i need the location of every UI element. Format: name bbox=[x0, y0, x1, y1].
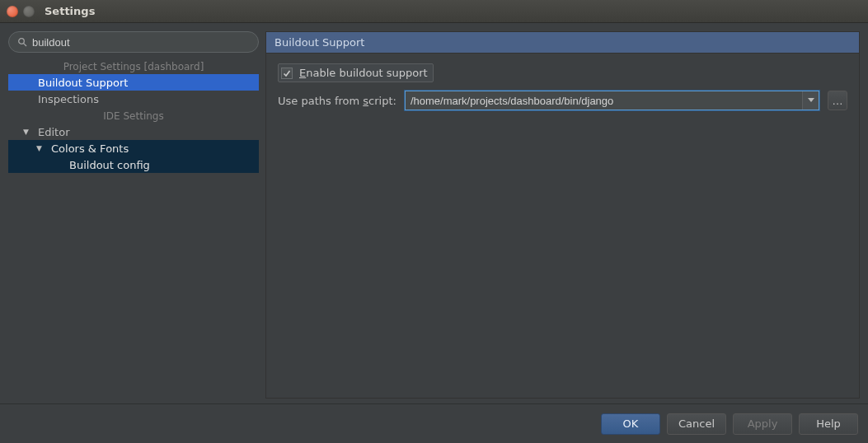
search-field[interactable] bbox=[8, 31, 259, 53]
ellipsis-icon: … bbox=[833, 95, 843, 107]
cancel-button[interactable]: Cancel bbox=[667, 413, 726, 435]
browse-button[interactable]: … bbox=[828, 91, 847, 110]
script-path-input[interactable] bbox=[406, 91, 802, 110]
script-path-combo[interactable] bbox=[405, 91, 819, 110]
minimize-icon[interactable] bbox=[23, 6, 35, 17]
svg-line-1 bbox=[24, 44, 26, 46]
search-icon bbox=[17, 37, 27, 47]
chevron-down-icon: ▼ bbox=[23, 128, 35, 136]
tree-item-colors-fonts[interactable]: ▼ Colors & Fonts bbox=[8, 140, 259, 156]
tree-item-buildout-config[interactable]: Buildout config bbox=[8, 156, 259, 173]
script-path-label: Use paths from script: bbox=[278, 95, 396, 107]
search-input[interactable] bbox=[32, 36, 250, 49]
close-icon[interactable] bbox=[7, 6, 18, 17]
apply-button[interactable]: Apply bbox=[733, 413, 792, 435]
section-project-settings: Project Settings [dashboard] bbox=[8, 58, 259, 74]
svg-point-0 bbox=[19, 39, 25, 44]
panel-body: Enable buildout support Use paths from s… bbox=[265, 53, 860, 399]
help-button[interactable]: Help bbox=[799, 413, 858, 435]
window-controls bbox=[7, 6, 35, 17]
tree-item-editor[interactable]: ▼ Editor bbox=[8, 124, 259, 140]
panel-title: Buildout Support bbox=[265, 31, 860, 53]
chevron-down-icon: ▼ bbox=[36, 144, 48, 152]
tree-item-buildout-support[interactable]: Buildout Support bbox=[8, 74, 259, 91]
sidebar: Project Settings [dashboard] Buildout Su… bbox=[8, 31, 259, 399]
enable-buildout-checkbox[interactable]: Enable buildout support bbox=[278, 63, 434, 82]
tree-item-inspections[interactable]: Inspections bbox=[8, 91, 259, 107]
dialog-footer: OK Cancel Apply Help bbox=[0, 403, 868, 443]
ok-button[interactable]: OK bbox=[601, 413, 660, 435]
settings-tree: Project Settings [dashboard] Buildout Su… bbox=[8, 58, 259, 399]
enable-buildout-label: Enable buildout support bbox=[299, 67, 428, 79]
svg-marker-2 bbox=[808, 98, 814, 102]
window-title: Settings bbox=[45, 5, 95, 17]
checkbox-checked-icon bbox=[281, 68, 293, 79]
main-panel: Buildout Support Enable buildout support… bbox=[265, 31, 860, 399]
section-ide-settings: IDE Settings bbox=[8, 107, 259, 124]
titlebar: Settings bbox=[0, 0, 868, 23]
chevron-down-icon bbox=[808, 98, 814, 103]
combo-dropdown-button[interactable] bbox=[802, 91, 819, 110]
